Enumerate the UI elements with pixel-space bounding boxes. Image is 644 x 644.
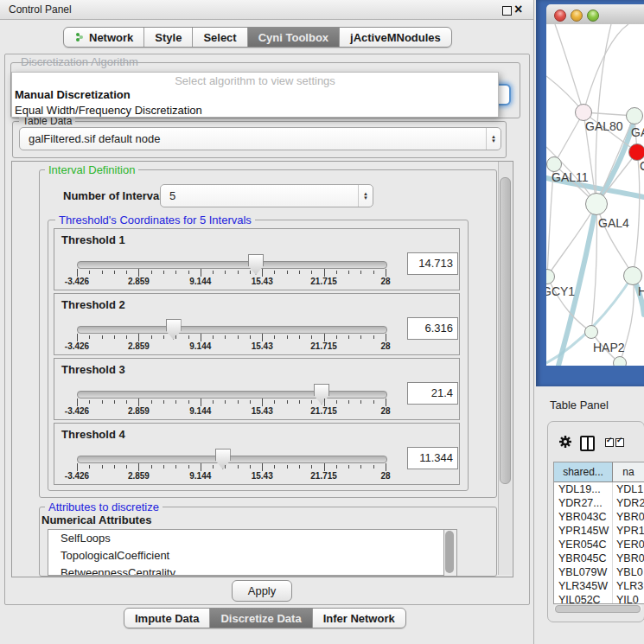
table-column-header-2[interactable]: na — [613, 462, 644, 481]
mac-close-button[interactable] — [554, 10, 566, 22]
table-row[interactable]: YLR345WYLR3 — [554, 579, 644, 593]
threshold-value-field[interactable]: 6.316 — [407, 317, 458, 340]
threshold-4-panel: Threshold 4-3.4262.8599.14415.4321.71528… — [54, 423, 460, 485]
tab-select[interactable]: Select — [192, 28, 246, 47]
slider-thumb[interactable] — [314, 384, 329, 405]
threshold-value-field[interactable]: 11.344 — [407, 447, 458, 469]
slider-tick — [151, 465, 152, 469]
combo-spinner-icon[interactable]: ▲▼ — [486, 128, 501, 150]
slider-tick — [102, 465, 103, 469]
tab-impute-data[interactable]: Impute Data — [124, 609, 209, 628]
network-icon — [74, 32, 85, 42]
network-node-node-top-right[interactable] — [626, 107, 643, 124]
threshold-value-field[interactable]: 14.713 — [407, 252, 458, 275]
tab-label: Infer Network — [323, 612, 395, 625]
slider-tick — [77, 269, 78, 277]
slider-tick — [225, 465, 226, 469]
attributes-scrollbar-thumb[interactable] — [445, 531, 454, 573]
slider-tick — [138, 269, 139, 277]
table-row[interactable]: YDR27...YDR2 — [554, 496, 644, 510]
number-of-intervals-combobox[interactable]: 5 ▲▼ — [160, 184, 373, 207]
slider-scale-label: 15.43 — [252, 341, 273, 351]
table-data-combobox[interactable]: galFiltered.sif default node ▲▼ — [19, 127, 501, 150]
columns-icon[interactable] — [580, 436, 595, 451]
slider-tick — [238, 400, 239, 404]
network-node-gal80[interactable] — [575, 104, 592, 121]
slider-track[interactable] — [77, 391, 387, 399]
table-cell: YLR3 — [613, 579, 644, 593]
numerical-attributes-list[interactable]: SelfLoopsTopologicalCoefficientBetweenne… — [48, 529, 445, 576]
slider-tick — [386, 269, 386, 277]
threshold-label: Threshold 1 — [61, 233, 125, 246]
slider-track[interactable] — [77, 456, 387, 463]
slider-tick — [311, 400, 312, 404]
float-window-icon[interactable] — [502, 6, 512, 16]
combo-spinner-icon[interactable]: ▲▼ — [358, 185, 373, 207]
attribute-item-topologicalcoefficient[interactable]: TopologicalCoefficient — [48, 547, 444, 564]
tab-infer-network[interactable]: Infer Network — [312, 609, 405, 628]
tab-cyni-toolbox[interactable]: Cyni Toolbox — [247, 28, 339, 47]
table-row[interactable]: YPR145WYPR1 — [554, 524, 644, 538]
network-node-node-red[interactable] — [628, 143, 644, 161]
tab-jactivemnodules[interactable]: jActiveMNodules — [339, 28, 451, 47]
slider-scale-label: 15.43 — [252, 277, 273, 286]
attribute-item-selfloops[interactable]: SelfLoops — [48, 530, 444, 547]
slider-scale-label: 2.859 — [128, 406, 150, 416]
settings-scrollbar-thumb[interactable] — [500, 177, 511, 484]
slider-tick — [324, 334, 325, 341]
slider-scale-label: 9.144 — [189, 341, 211, 351]
slider-tick — [311, 271, 312, 274]
slider-tick — [188, 335, 189, 339]
slider-tick — [287, 335, 288, 339]
network-node-gal4[interactable] — [585, 193, 608, 215]
tab-style[interactable]: Style — [143, 28, 192, 47]
table-row[interactable]: YBL079WYBL0 — [554, 565, 644, 579]
control-panel-titlebar — [0, 0, 534, 20]
mac-minimize-button[interactable] — [571, 10, 583, 22]
table-cell: YBR0 — [613, 552, 644, 565]
close-icon[interactable]: × — [514, 0, 522, 19]
slider-tick — [163, 271, 164, 274]
table-row[interactable]: YER054CYER0 — [554, 538, 644, 552]
attribute-item-betweennesscentrality[interactable]: BetweennessCentrality — [48, 564, 444, 576]
network-node-node-bottom[interactable] — [613, 356, 627, 366]
table-cell: YER054C — [554, 538, 613, 552]
table-row[interactable]: YBR045CYBR0 — [554, 552, 644, 565]
slider-tick — [250, 465, 251, 469]
table-hscrollbar-thumb[interactable] — [555, 605, 641, 613]
network-node-hap2[interactable] — [584, 325, 598, 339]
table-row[interactable]: YDL19...YDL1 — [554, 482, 644, 496]
checkbox-icon[interactable] — [615, 438, 624, 447]
slider-tick — [201, 399, 201, 406]
tab-label: Network — [89, 31, 133, 44]
tab-network[interactable]: Network — [64, 28, 143, 47]
slider-tick — [225, 335, 226, 339]
network-node-node-right[interactable] — [623, 266, 642, 285]
tab-discretize-data[interactable]: Discretize Data — [209, 609, 311, 628]
gear-icon[interactable] — [558, 435, 572, 449]
table-row[interactable]: YBR043CYBR0 — [554, 510, 644, 524]
algorithm-option-manual-discretization[interactable]: Manual Discretization — [12, 87, 498, 103]
mac-zoom-button[interactable] — [587, 10, 599, 22]
slider-scale-label: 9.144 — [189, 471, 211, 481]
node-table[interactable]: shared...na YDL19...YDL1YDR27...YDR2YBR0… — [553, 462, 644, 604]
slider-track[interactable] — [77, 261, 387, 269]
slider-tick — [324, 463, 325, 471]
algorithm-option-equal-width-frequency-discretization[interactable]: Equal Width/Frequency Discretization — [12, 103, 498, 118]
threshold-2-panel: Threshold 2-3.4262.8599.14415.4321.71528… — [54, 293, 460, 355]
apply-button[interactable]: Apply — [232, 580, 292, 602]
threshold-value-field[interactable]: 21.4 — [407, 382, 458, 405]
table-cell: YLR345W — [554, 579, 613, 593]
slider-tick — [336, 271, 337, 274]
table-row[interactable]: YIL052CYIL0 — [554, 593, 644, 604]
slider-tick — [89, 271, 90, 274]
tab-label: Cyni Toolbox — [258, 31, 328, 44]
slider-tick — [201, 334, 201, 341]
table-column-header-1[interactable]: shared... — [554, 462, 613, 481]
table-cell: YDL19... — [554, 482, 613, 496]
slider-track[interactable] — [77, 326, 387, 334]
checkbox-icon[interactable] — [605, 438, 614, 447]
slider-thumb[interactable] — [166, 319, 182, 340]
network-canvas[interactable]: GAL80GACGAL11GAL4GCY1HHAP2 — [546, 24, 644, 366]
slider-thumb[interactable] — [215, 449, 231, 469]
